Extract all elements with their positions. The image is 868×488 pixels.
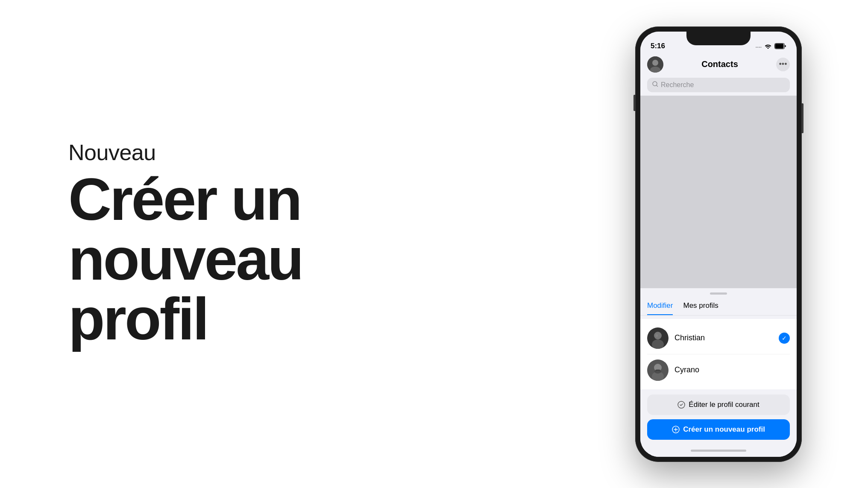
phone-screen: 5:16 ···· [640,32,797,457]
profile-item-christian[interactable]: Christian ✓ [647,322,790,354]
signal-dots-icon: ···· [756,44,762,50]
svg-rect-9 [656,334,658,337]
selected-check-icon: ✓ [779,333,790,344]
create-icon [672,426,680,433]
avatar-christian [647,327,669,349]
left-panel: Nouveau Créer un nouveau profil [0,140,620,349]
search-icon [652,81,658,88]
map-area [640,96,797,288]
app-content: Contacts ••• Recherche [640,53,797,457]
status-time: 5:16 [651,42,665,50]
create-profile-button[interactable]: Créer un nouveau profil [647,419,790,440]
profile-list: Christian ✓ [640,319,797,389]
phone-container: 5:16 ···· [620,26,817,462]
bottom-sheet: Modifier Mes profils [640,288,797,457]
phone-notch [686,32,751,45]
subtitle: Nouveau [68,140,595,165]
profile-item-cyrano[interactable]: Cyrano [647,354,790,386]
battery-icon [774,43,786,50]
status-icons: ···· [756,43,786,50]
svg-point-3 [652,60,658,66]
more-button[interactable]: ••• [776,58,790,71]
tab-modifier[interactable]: Modifier [647,297,673,315]
tab-bar: Modifier Mes profils [640,297,797,316]
christian-name: Christian [674,333,779,342]
home-indicator [640,445,797,457]
header-avatar[interactable] [647,56,663,73]
contacts-title: Contacts [701,59,738,69]
sheet-handle [710,292,727,295]
action-buttons: Éditer le profil courant Créer un nouvea… [640,389,797,445]
edit-profile-button[interactable]: Éditer le profil courant [647,394,790,415]
wifi-icon [764,43,772,50]
tab-mes-profils[interactable]: Mes profils [683,297,718,315]
search-placeholder: Recherche [661,81,694,89]
cyrano-name: Cyrano [674,365,790,374]
svg-point-13 [654,369,661,374]
main-title: Créer un nouveau profil [68,169,595,349]
svg-rect-1 [775,44,784,48]
home-bar [691,450,746,452]
search-bar[interactable]: Recherche [647,78,790,92]
avatar-cyrano [647,359,669,381]
edit-icon [677,401,685,409]
app-header: Contacts ••• [640,53,797,76]
more-dots-icon: ••• [779,60,787,69]
phone-frame: 5:16 ···· [635,26,802,462]
